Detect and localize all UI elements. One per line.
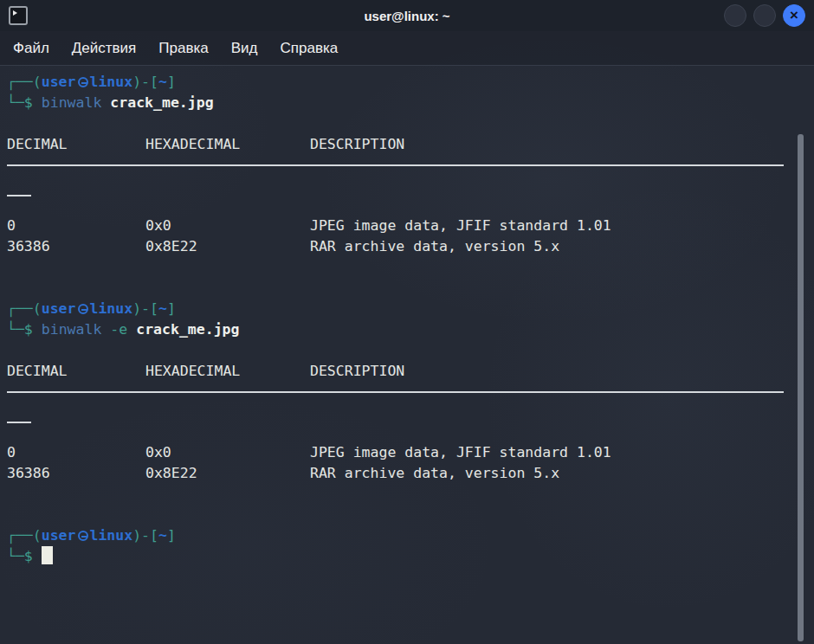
prompt-user: user — [42, 527, 76, 544]
cell-hexadecimal: 0x8E22 — [145, 236, 310, 257]
prompt-line: ┌──(userlinux)-[~] — [7, 72, 788, 93]
prompt-user: user — [42, 300, 76, 317]
table-header-row: DECIMAL HEXADECIMAL DESCRIPTION — [7, 361, 788, 382]
close-button[interactable]: × — [783, 4, 805, 27]
kali-circle-icon — [78, 304, 88, 314]
separator-wrap-line — [7, 422, 788, 442]
prompt-host: linux — [90, 74, 133, 90]
col-header-decimal: DECIMAL — [7, 134, 145, 155]
table-row: 36386 0x8E22 RAR archive data, version 5… — [7, 463, 788, 484]
window-title: user@linux: ~ — [0, 9, 814, 23]
menu-edit[interactable]: Правка — [158, 40, 208, 57]
table-row: 36386 0x8E22 RAR archive data, version 5… — [7, 236, 788, 257]
prompt-frame: ] — [167, 300, 176, 317]
command-text: binwalk — [42, 321, 102, 338]
command-arg-file: crack_me.jpg — [110, 94, 213, 111]
prompt-frame: ] — [167, 527, 176, 544]
kali-circle-icon — [78, 531, 88, 541]
prompt-dollar: └─$ — [7, 321, 33, 338]
terminal-content[interactable]: ┌──(userlinux)-[~] └─$binwalkcrack_me.jp… — [0, 66, 814, 643]
prompt-dollar: └─$ — [7, 94, 33, 111]
terminal-app-icon — [9, 6, 28, 25]
separator-wrap-line — [7, 195, 788, 216]
blank-line — [7, 113, 788, 134]
prompt-path: ~ — [158, 74, 167, 90]
maximize-button[interactable] — [753, 4, 776, 27]
prompt-path: ~ — [158, 527, 167, 544]
cell-hexadecimal: 0x0 — [145, 442, 310, 463]
prompt-frame: ┌──( — [7, 527, 42, 544]
titlebar[interactable]: user@linux: ~ × — [0, 0, 814, 31]
menubar: Файл Действия Правка Вид Справка — [0, 31, 814, 66]
col-header-description: DESCRIPTION — [310, 134, 788, 155]
cell-hexadecimal: 0x8E22 — [145, 463, 310, 484]
separator-line — [7, 164, 788, 185]
cell-decimal: 36386 — [7, 463, 145, 484]
col-header-decimal: DECIMAL — [7, 361, 145, 382]
cell-description: JPEG image data, JFIF standard 1.01 — [310, 442, 788, 463]
cell-decimal: 36386 — [7, 236, 145, 257]
cell-hexadecimal: 0x0 — [145, 216, 310, 236]
prompt-line: ┌──(userlinux)-[~] — [7, 525, 788, 546]
command-line: └─$binwalkcrack_me.jpg — [7, 93, 788, 113]
kali-circle-icon — [78, 77, 88, 87]
prompt-line: ┌──(userlinux)-[~] — [7, 299, 788, 319]
table-header-row: DECIMAL HEXADECIMAL DESCRIPTION — [7, 134, 788, 155]
prompt-user: user — [42, 74, 76, 90]
blank-line — [7, 505, 788, 525]
blank-line — [7, 484, 788, 505]
cell-decimal: 0 — [7, 442, 145, 463]
cell-description: JPEG image data, JFIF standard 1.01 — [310, 216, 788, 236]
scrollbar[interactable] — [798, 134, 804, 641]
command-line-active[interactable]: └─$ — [7, 546, 788, 567]
text-cursor — [42, 546, 53, 564]
prompt-path: ~ — [158, 300, 167, 317]
command-arg-file: crack_me.jpg — [136, 321, 239, 338]
table-row: 0 0x0 JPEG image data, JFIF standard 1.0… — [7, 442, 788, 463]
blank-line — [7, 278, 788, 299]
minimize-button[interactable] — [724, 4, 746, 27]
table-row: 0 0x0 JPEG image data, JFIF standard 1.0… — [7, 216, 788, 236]
col-header-hexadecimal: HEXADECIMAL — [145, 134, 310, 155]
blank-line — [7, 340, 788, 361]
prompt-host: linux — [90, 527, 133, 544]
command-text: binwalk — [42, 94, 102, 111]
prompt-host: linux — [90, 300, 133, 317]
prompt-frame: )-[ — [132, 74, 158, 90]
prompt-frame: )-[ — [132, 527, 158, 544]
menu-file[interactable]: Файл — [13, 40, 49, 57]
col-header-hexadecimal: HEXADECIMAL — [145, 361, 310, 382]
separator-line — [7, 391, 788, 412]
command-option: -e — [110, 321, 127, 338]
cell-decimal: 0 — [7, 216, 145, 236]
close-icon: × — [790, 8, 798, 23]
prompt-frame: )-[ — [132, 300, 158, 317]
menu-actions[interactable]: Действия — [72, 40, 136, 57]
menu-view[interactable]: Вид — [231, 40, 258, 57]
prompt-dollar: └─$ — [7, 548, 33, 564]
cell-description: RAR archive data, version 5.x — [310, 236, 788, 257]
window-controls: × — [724, 4, 805, 27]
cell-description: RAR archive data, version 5.x — [310, 463, 788, 484]
command-line: └─$binwalk-ecrack_me.jpg — [7, 319, 788, 340]
blank-line — [7, 257, 788, 278]
prompt-frame: ] — [167, 74, 176, 90]
terminal-window: user@linux: ~ × Файл Действия Правка Вид… — [0, 0, 814, 644]
col-header-description: DESCRIPTION — [310, 361, 788, 382]
prompt-frame: ┌──( — [7, 300, 42, 317]
menu-help[interactable]: Справка — [280, 40, 338, 57]
prompt-frame: ┌──( — [7, 74, 42, 90]
